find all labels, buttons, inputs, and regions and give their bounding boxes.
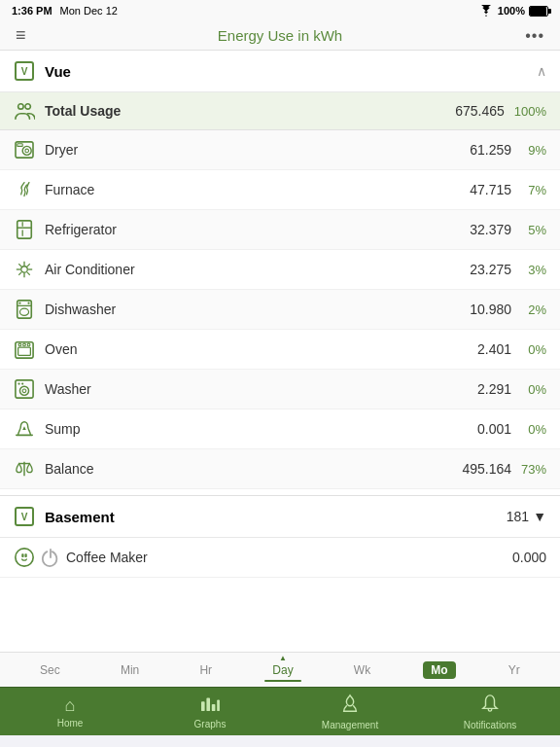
battery-indicator: 100% [498, 5, 525, 17]
washer-percent: 0% [519, 382, 546, 397]
coffee-maker-row: Coffee Maker 0.000 [0, 538, 560, 578]
app-header: ≡ Energy Use in kWh ••• [0, 21, 560, 51]
total-usage-right: 675.465 100% [455, 103, 546, 119]
graphs-icon [200, 694, 220, 717]
svg-point-22 [27, 302, 29, 304]
status-date: Mon Dec 12 [60, 5, 118, 17]
svg-rect-3 [18, 144, 22, 147]
svg-rect-36 [21, 553, 23, 557]
nav-notifications[interactable]: Notifications [420, 694, 560, 730]
home-icon: ⌂ [65, 695, 76, 716]
svg-line-15 [18, 264, 21, 267]
total-usage-value: 675.465 [455, 103, 505, 119]
basement-chevron-icon: ▼ [533, 509, 546, 524]
svg-rect-37 [24, 553, 26, 557]
svg-point-28 [27, 343, 30, 346]
svg-point-32 [18, 382, 19, 384]
nav-home[interactable]: ⌂ Home [0, 695, 140, 729]
header-title: Energy Use in kWh [218, 27, 342, 44]
dryer-value: 61.259 [458, 142, 511, 158]
sump-row: Sump 0.001 0% [0, 409, 560, 449]
svg-point-0 [18, 104, 23, 109]
svg-rect-2 [16, 142, 33, 158]
washer-row: Washer 2.291 0% [0, 370, 560, 409]
ac-value: 23.275 [458, 262, 511, 277]
vue-section-left: V Vue [14, 60, 71, 82]
dishwasher-row: Dishwasher 10.980 2% [0, 290, 560, 330]
svg-rect-41 [217, 699, 220, 711]
notifications-icon [481, 694, 499, 718]
basement-value: 181 [507, 509, 529, 524]
total-usage-icon [14, 101, 35, 121]
device-list: Dryer 61.259 9% Furnace 47.715 [0, 130, 560, 489]
status-time: 1:36 PM [12, 5, 52, 17]
svg-rect-6 [18, 221, 32, 238]
svg-point-5 [25, 149, 29, 153]
washer-value: 2.291 [458, 381, 511, 397]
oven-label: Oven [45, 341, 77, 357]
total-usage-left: Total Usage [14, 101, 121, 121]
wifi-icon [478, 5, 494, 17]
vue-chevron-icon: ∧ [537, 63, 546, 79]
washer-icon [14, 378, 35, 400]
day-underline [264, 680, 300, 682]
svg-point-35 [16, 549, 33, 566]
time-sec-button[interactable]: Sec [32, 661, 68, 679]
status-bar: 1:36 PM Mon Dec 12 100% [0, 0, 560, 21]
vue-section-header[interactable]: V Vue ∧ [0, 51, 560, 92]
time-period-bar: Sec Min Hr ▲ Day Wk Mo Yr [0, 652, 560, 687]
time-min-button[interactable]: Min [113, 661, 147, 679]
time-yr-button[interactable]: Yr [501, 661, 528, 679]
furnace-icon [14, 179, 35, 200]
sump-value: 0.001 [458, 421, 511, 437]
dryer-label: Dryer [45, 142, 78, 158]
dishwasher-label: Dishwasher [45, 302, 116, 317]
svg-point-4 [22, 146, 31, 155]
day-chevron-icon: ▲ [279, 654, 287, 662]
nav-graphs-label: Graphs [194, 719, 227, 729]
furnace-percent: 7% [519, 183, 546, 197]
refrigerator-row: Refrigerator 32.379 5% [0, 210, 560, 250]
furnace-label: Furnace [45, 182, 94, 197]
balance-icon [14, 458, 35, 480]
refrigerator-value: 32.379 [458, 222, 511, 237]
outlet-icon [14, 547, 35, 568]
balance-value: 495.164 [458, 461, 511, 477]
svg-point-26 [18, 343, 21, 346]
dryer-icon [14, 139, 35, 160]
ac-icon [14, 259, 35, 280]
nav-graphs[interactable]: Graphs [140, 694, 280, 729]
washer-label: Washer [45, 381, 91, 397]
vue-section-title: Vue [45, 63, 71, 80]
oven-percent: 0% [519, 342, 546, 357]
svg-rect-38 [201, 701, 205, 711]
more-options-icon[interactable]: ••• [525, 27, 544, 45]
battery-icon [529, 6, 548, 17]
nav-notifications-label: Notifications [464, 720, 516, 730]
sump-icon [14, 418, 35, 440]
sump-percent: 0% [519, 422, 546, 437]
svg-rect-39 [206, 697, 210, 711]
basement-section-header[interactable]: V Basement 181 ▼ [0, 495, 560, 538]
total-usage-percent: 100% [514, 104, 546, 119]
time-day-button[interactable]: ▲ Day [264, 661, 300, 679]
time-mo-button[interactable]: Mo [423, 661, 455, 679]
total-usage-row: Total Usage 675.465 100% [0, 92, 560, 130]
main-content: V Vue ∧ Total Usage 675.465 100% [0, 51, 560, 652]
balance-label: Balance [45, 461, 94, 477]
menu-icon[interactable]: ≡ [16, 25, 26, 46]
time-hr-button[interactable]: Hr [192, 661, 220, 679]
svg-line-17 [27, 264, 30, 267]
nav-management[interactable]: Management [280, 694, 420, 730]
ac-row: Air Conditioner 23.275 3% [0, 250, 560, 290]
time-wk-button[interactable]: Wk [346, 661, 378, 679]
basement-icon: V [14, 506, 35, 527]
refrigerator-label: Refrigerator [45, 222, 117, 237]
svg-point-1 [25, 104, 30, 109]
nav-management-label: Management [322, 720, 378, 730]
status-icons: 100% [478, 5, 548, 17]
ac-percent: 3% [519, 263, 546, 277]
total-usage-label: Total Usage [45, 103, 121, 119]
balance-percent: 73% [519, 462, 546, 477]
oven-value: 2.401 [458, 341, 511, 357]
